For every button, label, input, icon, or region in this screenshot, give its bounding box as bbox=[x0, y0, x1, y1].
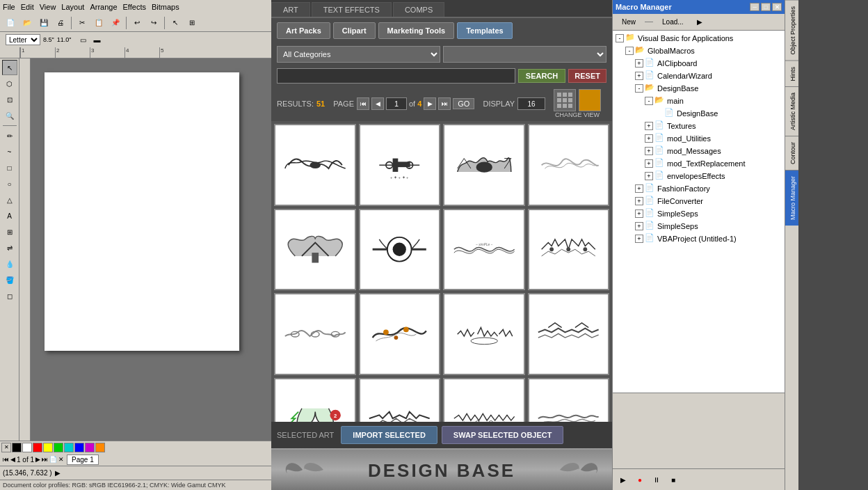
page-prev-nav[interactable]: ◀ bbox=[371, 97, 384, 110]
tree-expand-textrep[interactable]: + bbox=[645, 159, 653, 168]
search-button[interactable]: SEARCH bbox=[518, 69, 565, 83]
search-input[interactable] bbox=[277, 68, 515, 84]
redo-btn[interactable]: ↪ bbox=[146, 15, 161, 31]
tree-vbaproject[interactable]: + 📄 VBAProject (Untitled-1) bbox=[614, 232, 783, 245]
page-first-nav[interactable]: ⏮ bbox=[357, 97, 369, 110]
tree-expand-fileconv[interactable]: + bbox=[635, 197, 643, 205]
macro-maximize-btn[interactable]: □ bbox=[761, 3, 771, 11]
art-packs-btn[interactable]: Art Packs bbox=[277, 22, 330, 39]
tree-expand-vba[interactable]: - bbox=[616, 34, 624, 42]
macro-close-btn[interactable]: ✕ bbox=[772, 3, 782, 11]
menu-bitmaps[interactable]: Bitmaps bbox=[152, 3, 179, 11]
thumb-6[interactable] bbox=[359, 209, 441, 291]
category-filter[interactable]: All Categories bbox=[277, 46, 440, 63]
thumb-14[interactable] bbox=[359, 378, 441, 422]
shape-tool[interactable]: ⬡ bbox=[2, 76, 17, 91]
crop-tool[interactable]: ⊡ bbox=[2, 92, 17, 107]
import-selected-button[interactable]: IMPORT SELECTED bbox=[341, 426, 437, 444]
page-next-nav[interactable]: ▶ bbox=[424, 97, 436, 110]
tree-expand-ss2[interactable]: + bbox=[635, 222, 643, 230]
menu-edit[interactable]: Edit bbox=[21, 3, 34, 11]
page-last-btn[interactable]: ⏭ bbox=[42, 456, 48, 463]
tree-vba-root[interactable]: - 📁 Visual Basic for Applications bbox=[614, 32, 783, 45]
menu-effects[interactable]: Effects bbox=[123, 3, 146, 11]
play-btn[interactable]: ▶ bbox=[616, 472, 631, 487]
tree-expand-msg[interactable]: + bbox=[645, 147, 653, 155]
menu-layout[interactable]: Layout bbox=[61, 3, 84, 11]
tree-expand-main[interactable]: - bbox=[645, 97, 653, 105]
ellipse-tool[interactable]: ○ bbox=[2, 176, 17, 191]
new-btn[interactable]: 📄 bbox=[3, 15, 18, 31]
tree-expand-textures[interactable]: + bbox=[645, 122, 653, 130]
table-tool[interactable]: ⊞ bbox=[2, 224, 17, 239]
rect-tool[interactable]: □ bbox=[2, 160, 17, 175]
templates-btn[interactable]: Templates bbox=[457, 22, 513, 39]
go-button[interactable]: GO bbox=[453, 98, 474, 109]
page-tab-1[interactable]: Page 1 bbox=[67, 455, 99, 465]
side-tab-artistic[interactable]: Artistic Media bbox=[785, 86, 798, 136]
tree-expand-global[interactable]: - bbox=[625, 47, 634, 55]
save-btn[interactable]: 💾 bbox=[36, 15, 51, 31]
yellow-swatch[interactable] bbox=[43, 443, 53, 452]
page-prev-btn[interactable]: ◀ bbox=[10, 456, 15, 463]
stop-btn[interactable]: ■ bbox=[666, 472, 681, 487]
text-tool[interactable]: A bbox=[2, 208, 17, 223]
tree-calendar[interactable]: + 📄 CalendarWizard bbox=[614, 70, 783, 82]
thumb-13[interactable]: 2 bbox=[274, 378, 356, 422]
tree-expand-fashion[interactable]: + bbox=[635, 184, 643, 193]
smart-draw-tool[interactable]: ~ bbox=[2, 144, 17, 159]
tree-simpleseps2[interactable]: + 📄 SimpleSeps bbox=[614, 220, 783, 232]
select-btn[interactable]: ↖ bbox=[168, 15, 183, 31]
record-btn[interactable]: ● bbox=[632, 472, 648, 487]
page-number-input[interactable] bbox=[386, 97, 407, 110]
paper-size-select[interactable]: Letter bbox=[6, 34, 40, 45]
freehand-tool[interactable]: ✏ bbox=[2, 128, 17, 143]
side-tab-hints[interactable]: Hints bbox=[785, 61, 798, 87]
delete-page-btn[interactable]: ✕ bbox=[58, 456, 64, 463]
tree-expand-calendar[interactable]: + bbox=[635, 72, 643, 80]
blend-tool[interactable]: ⇌ bbox=[2, 240, 17, 255]
tree-textures[interactable]: + 📄 Textures bbox=[614, 120, 783, 132]
tree-main[interactable]: - 📂 main bbox=[614, 95, 783, 107]
paste-btn[interactable]: 📌 bbox=[108, 15, 123, 31]
swap-selected-button[interactable]: SWAP SELECTED OBJECT bbox=[442, 426, 564, 444]
tree-fashion[interactable]: + 📄 FashionFactory bbox=[614, 182, 783, 195]
page-next-btn[interactable]: ▶ bbox=[35, 456, 40, 463]
thumb-11[interactable] bbox=[443, 293, 525, 375]
tab-comps[interactable]: COMPS bbox=[393, 2, 444, 17]
tree-expand-vbap[interactable]: + bbox=[635, 235, 643, 243]
tree-db-module[interactable]: 📄 DesignBase bbox=[614, 107, 783, 120]
view-toggle-btn[interactable] bbox=[554, 89, 576, 111]
cyan-swatch[interactable] bbox=[64, 443, 74, 452]
tab-art[interactable]: ART bbox=[271, 2, 310, 17]
thumb-10[interactable] bbox=[359, 293, 441, 375]
thumb-2[interactable]: + ✦ + ✦ + bbox=[359, 124, 441, 206]
side-tab-macro[interactable]: Macro Manager bbox=[785, 170, 798, 226]
zoom-tool[interactable]: 🔍 bbox=[2, 108, 17, 123]
page-first-btn[interactable]: ⏮ bbox=[3, 456, 9, 463]
white-swatch[interactable] bbox=[22, 443, 32, 452]
copy-btn[interactable]: 📋 bbox=[91, 15, 106, 31]
page-last-nav[interactable]: ⏭ bbox=[438, 97, 451, 110]
thumb-3[interactable] bbox=[443, 124, 525, 206]
green-swatch[interactable] bbox=[54, 443, 63, 452]
side-tab-obj-props[interactable]: Object Properties bbox=[785, 0, 798, 61]
outline-tool[interactable]: ◻ bbox=[2, 288, 17, 303]
portrait-btn[interactable]: ▭ bbox=[77, 33, 89, 46]
open-btn[interactable]: 📂 bbox=[19, 15, 35, 31]
tree-mod-msg[interactable]: + 📄 mod_Messages bbox=[614, 145, 783, 157]
macro-minimize-btn[interactable]: ─ bbox=[750, 3, 760, 11]
tree-global[interactable]: - 📂 GlobalMacros bbox=[614, 45, 783, 57]
menu-arrange[interactable]: Arrange bbox=[90, 3, 117, 11]
red-swatch[interactable] bbox=[33, 443, 42, 452]
thumb-7[interactable]: ~ simPLe ~ bbox=[443, 209, 525, 291]
tree-expand-aiclip[interactable]: + bbox=[635, 59, 643, 68]
reset-button[interactable]: RESET bbox=[568, 69, 606, 83]
undo-btn[interactable]: ↩ bbox=[129, 15, 145, 31]
menu-file[interactable]: File bbox=[3, 3, 15, 11]
black-swatch[interactable] bbox=[12, 443, 22, 452]
polygon-tool[interactable]: △ bbox=[2, 192, 17, 207]
tree-aiclip[interactable]: + 📄 AIClipboard bbox=[614, 57, 783, 70]
pointer-tool[interactable]: ↖ bbox=[2, 60, 17, 75]
landscape-btn[interactable]: ▬ bbox=[90, 33, 103, 46]
